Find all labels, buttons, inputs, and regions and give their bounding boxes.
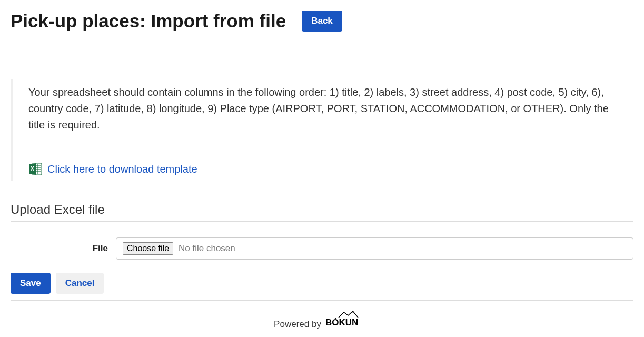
footer-divider [11,300,633,301]
info-description: Your spreadsheet should contain columns … [28,84,620,133]
cancel-button[interactable]: Cancel [56,273,104,294]
excel-icon: X [28,162,42,176]
file-label: File [11,243,116,254]
svg-text:X: X [31,165,35,172]
powered-by-text: Powered by [274,319,321,330]
back-button[interactable]: Back [302,11,342,32]
footer: Powered by BÓKUN [11,311,633,330]
file-input-wrapper[interactable]: Choose file No file chosen [116,237,633,260]
file-form-row: File Choose file No file chosen [11,237,633,260]
download-template-link[interactable]: Click here to download template [47,163,197,175]
no-file-chosen-text: No file chosen [179,243,235,254]
action-button-row: Save Cancel [11,273,633,294]
upload-section-title: Upload Excel file [11,202,633,217]
svg-text:BÓKUN: BÓKUN [325,318,358,327]
bokun-logo: BÓKUN [325,311,370,330]
choose-file-button[interactable]: Choose file [123,242,173,255]
download-template-row: X Click here to download template [28,162,620,176]
page-header: Pick-up places: Import from file Back [11,11,633,32]
save-button[interactable]: Save [11,273,51,294]
page-title: Pick-up places: Import from file [11,11,286,32]
section-divider [11,221,633,222]
info-block: Your spreadsheet should contain columns … [11,79,633,181]
